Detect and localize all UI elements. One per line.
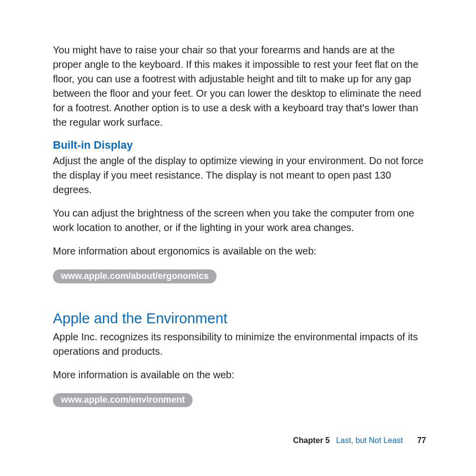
page-content: You might have to raise your chair so th… xyxy=(0,0,476,412)
environment-p1: Apple Inc. recognizes its responsibility… xyxy=(53,330,426,359)
ergonomics-link[interactable]: www.apple.com/about/ergonomics xyxy=(53,269,217,283)
chapter-title: Last, but Not Least xyxy=(336,436,403,445)
builtin-display-p2: You can adjust the brightness of the scr… xyxy=(53,206,426,235)
environment-p2: More information is available on the web… xyxy=(53,368,426,382)
page-footer: Chapter 5 Last, but Not Least 77 xyxy=(293,436,426,445)
intro-paragraph: You might have to raise your chair so th… xyxy=(53,43,426,130)
builtin-display-p3: More information about ergonomics is ava… xyxy=(53,244,426,258)
builtin-display-heading: Built-in Display xyxy=(53,139,426,152)
environment-heading: Apple and the Environment xyxy=(53,310,426,327)
builtin-display-p1: Adjust the angle of the display to optim… xyxy=(53,154,426,197)
page-number: 77 xyxy=(417,436,426,445)
chapter-label: Chapter 5 xyxy=(293,436,330,445)
environment-link[interactable]: www.apple.com/environment xyxy=(53,393,193,407)
